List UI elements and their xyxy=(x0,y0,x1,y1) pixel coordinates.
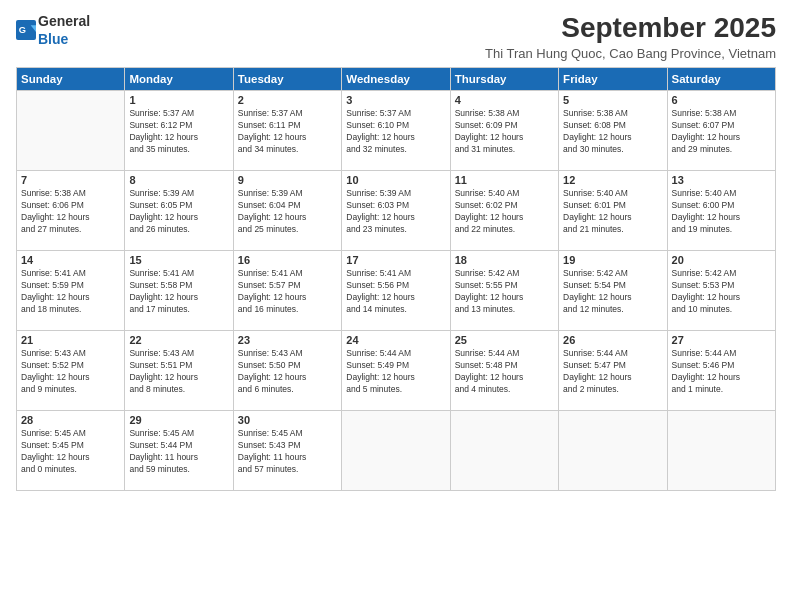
header-saturday: Saturday xyxy=(667,68,775,91)
calendar-cell: 22Sunrise: 5:43 AM Sunset: 5:51 PM Dayli… xyxy=(125,331,233,411)
header-friday: Friday xyxy=(559,68,667,91)
calendar-cell: 27Sunrise: 5:44 AM Sunset: 5:46 PM Dayli… xyxy=(667,331,775,411)
day-info: Sunrise: 5:45 AM Sunset: 5:43 PM Dayligh… xyxy=(238,428,337,476)
calendar-week-1: 1Sunrise: 5:37 AM Sunset: 6:12 PM Daylig… xyxy=(17,91,776,171)
day-number: 7 xyxy=(21,174,120,186)
day-number: 29 xyxy=(129,414,228,426)
calendar-cell: 11Sunrise: 5:40 AM Sunset: 6:02 PM Dayli… xyxy=(450,171,558,251)
calendar-cell xyxy=(342,411,450,491)
header-tuesday: Tuesday xyxy=(233,68,341,91)
calendar-cell: 2Sunrise: 5:37 AM Sunset: 6:11 PM Daylig… xyxy=(233,91,341,171)
calendar-week-2: 7Sunrise: 5:38 AM Sunset: 6:06 PM Daylig… xyxy=(17,171,776,251)
day-number: 28 xyxy=(21,414,120,426)
day-number: 14 xyxy=(21,254,120,266)
calendar-cell xyxy=(559,411,667,491)
day-info: Sunrise: 5:43 AM Sunset: 5:51 PM Dayligh… xyxy=(129,348,228,396)
header-thursday: Thursday xyxy=(450,68,558,91)
day-number: 12 xyxy=(563,174,662,186)
day-number: 3 xyxy=(346,94,445,106)
calendar-cell: 18Sunrise: 5:42 AM Sunset: 5:55 PM Dayli… xyxy=(450,251,558,331)
day-info: Sunrise: 5:38 AM Sunset: 6:07 PM Dayligh… xyxy=(672,108,771,156)
day-info: Sunrise: 5:39 AM Sunset: 6:03 PM Dayligh… xyxy=(346,188,445,236)
calendar-cell: 7Sunrise: 5:38 AM Sunset: 6:06 PM Daylig… xyxy=(17,171,125,251)
day-number: 4 xyxy=(455,94,554,106)
logo-text: General Blue xyxy=(38,12,90,48)
day-info: Sunrise: 5:41 AM Sunset: 5:57 PM Dayligh… xyxy=(238,268,337,316)
day-info: Sunrise: 5:37 AM Sunset: 6:12 PM Dayligh… xyxy=(129,108,228,156)
day-number: 10 xyxy=(346,174,445,186)
day-info: Sunrise: 5:45 AM Sunset: 5:44 PM Dayligh… xyxy=(129,428,228,476)
day-info: Sunrise: 5:41 AM Sunset: 5:59 PM Dayligh… xyxy=(21,268,120,316)
month-title: September 2025 xyxy=(485,12,776,44)
day-number: 6 xyxy=(672,94,771,106)
day-info: Sunrise: 5:42 AM Sunset: 5:55 PM Dayligh… xyxy=(455,268,554,316)
day-number: 2 xyxy=(238,94,337,106)
day-info: Sunrise: 5:42 AM Sunset: 5:53 PM Dayligh… xyxy=(672,268,771,316)
day-number: 8 xyxy=(129,174,228,186)
calendar-cell: 4Sunrise: 5:38 AM Sunset: 6:09 PM Daylig… xyxy=(450,91,558,171)
logo-blue: Blue xyxy=(38,31,68,47)
day-info: Sunrise: 5:44 AM Sunset: 5:47 PM Dayligh… xyxy=(563,348,662,396)
calendar-cell: 3Sunrise: 5:37 AM Sunset: 6:10 PM Daylig… xyxy=(342,91,450,171)
day-number: 18 xyxy=(455,254,554,266)
calendar-cell: 30Sunrise: 5:45 AM Sunset: 5:43 PM Dayli… xyxy=(233,411,341,491)
calendar-body: 1Sunrise: 5:37 AM Sunset: 6:12 PM Daylig… xyxy=(17,91,776,491)
day-number: 27 xyxy=(672,334,771,346)
day-info: Sunrise: 5:38 AM Sunset: 6:09 PM Dayligh… xyxy=(455,108,554,156)
calendar-cell: 15Sunrise: 5:41 AM Sunset: 5:58 PM Dayli… xyxy=(125,251,233,331)
calendar-cell: 24Sunrise: 5:44 AM Sunset: 5:49 PM Dayli… xyxy=(342,331,450,411)
day-info: Sunrise: 5:41 AM Sunset: 5:58 PM Dayligh… xyxy=(129,268,228,316)
calendar-cell: 12Sunrise: 5:40 AM Sunset: 6:01 PM Dayli… xyxy=(559,171,667,251)
header-wednesday: Wednesday xyxy=(342,68,450,91)
calendar-week-3: 14Sunrise: 5:41 AM Sunset: 5:59 PM Dayli… xyxy=(17,251,776,331)
calendar-cell: 20Sunrise: 5:42 AM Sunset: 5:53 PM Dayli… xyxy=(667,251,775,331)
day-info: Sunrise: 5:40 AM Sunset: 6:01 PM Dayligh… xyxy=(563,188,662,236)
day-number: 26 xyxy=(563,334,662,346)
calendar-cell: 19Sunrise: 5:42 AM Sunset: 5:54 PM Dayli… xyxy=(559,251,667,331)
calendar-cell: 16Sunrise: 5:41 AM Sunset: 5:57 PM Dayli… xyxy=(233,251,341,331)
logo-icon: G xyxy=(16,20,36,40)
subtitle: Thi Tran Hung Quoc, Cao Bang Province, V… xyxy=(485,46,776,61)
calendar-cell: 10Sunrise: 5:39 AM Sunset: 6:03 PM Dayli… xyxy=(342,171,450,251)
calendar-table: Sunday Monday Tuesday Wednesday Thursday… xyxy=(16,67,776,491)
header-sunday: Sunday xyxy=(17,68,125,91)
day-number: 30 xyxy=(238,414,337,426)
calendar-cell: 13Sunrise: 5:40 AM Sunset: 6:00 PM Dayli… xyxy=(667,171,775,251)
calendar-cell: 23Sunrise: 5:43 AM Sunset: 5:50 PM Dayli… xyxy=(233,331,341,411)
header-monday: Monday xyxy=(125,68,233,91)
day-number: 24 xyxy=(346,334,445,346)
calendar-cell: 5Sunrise: 5:38 AM Sunset: 6:08 PM Daylig… xyxy=(559,91,667,171)
day-info: Sunrise: 5:41 AM Sunset: 5:56 PM Dayligh… xyxy=(346,268,445,316)
day-info: Sunrise: 5:44 AM Sunset: 5:49 PM Dayligh… xyxy=(346,348,445,396)
title-section: September 2025 Thi Tran Hung Quoc, Cao B… xyxy=(485,12,776,61)
day-number: 1 xyxy=(129,94,228,106)
calendar-cell: 26Sunrise: 5:44 AM Sunset: 5:47 PM Dayli… xyxy=(559,331,667,411)
calendar-week-5: 28Sunrise: 5:45 AM Sunset: 5:45 PM Dayli… xyxy=(17,411,776,491)
day-info: Sunrise: 5:38 AM Sunset: 6:08 PM Dayligh… xyxy=(563,108,662,156)
day-info: Sunrise: 5:37 AM Sunset: 6:11 PM Dayligh… xyxy=(238,108,337,156)
day-info: Sunrise: 5:44 AM Sunset: 5:48 PM Dayligh… xyxy=(455,348,554,396)
logo-general: General xyxy=(38,13,90,29)
day-number: 15 xyxy=(129,254,228,266)
day-info: Sunrise: 5:42 AM Sunset: 5:54 PM Dayligh… xyxy=(563,268,662,316)
day-number: 17 xyxy=(346,254,445,266)
day-number: 22 xyxy=(129,334,228,346)
calendar-cell xyxy=(450,411,558,491)
day-number: 20 xyxy=(672,254,771,266)
day-number: 25 xyxy=(455,334,554,346)
day-info: Sunrise: 5:37 AM Sunset: 6:10 PM Dayligh… xyxy=(346,108,445,156)
day-number: 16 xyxy=(238,254,337,266)
day-number: 5 xyxy=(563,94,662,106)
calendar-week-4: 21Sunrise: 5:43 AM Sunset: 5:52 PM Dayli… xyxy=(17,331,776,411)
day-info: Sunrise: 5:39 AM Sunset: 6:05 PM Dayligh… xyxy=(129,188,228,236)
header-row: Sunday Monday Tuesday Wednesday Thursday… xyxy=(17,68,776,91)
calendar-cell: 6Sunrise: 5:38 AM Sunset: 6:07 PM Daylig… xyxy=(667,91,775,171)
calendar-cell: 29Sunrise: 5:45 AM Sunset: 5:44 PM Dayli… xyxy=(125,411,233,491)
day-info: Sunrise: 5:38 AM Sunset: 6:06 PM Dayligh… xyxy=(21,188,120,236)
svg-text:G: G xyxy=(19,25,26,35)
day-info: Sunrise: 5:40 AM Sunset: 6:02 PM Dayligh… xyxy=(455,188,554,236)
calendar-cell: 8Sunrise: 5:39 AM Sunset: 6:05 PM Daylig… xyxy=(125,171,233,251)
day-number: 9 xyxy=(238,174,337,186)
day-info: Sunrise: 5:43 AM Sunset: 5:50 PM Dayligh… xyxy=(238,348,337,396)
calendar-cell: 1Sunrise: 5:37 AM Sunset: 6:12 PM Daylig… xyxy=(125,91,233,171)
